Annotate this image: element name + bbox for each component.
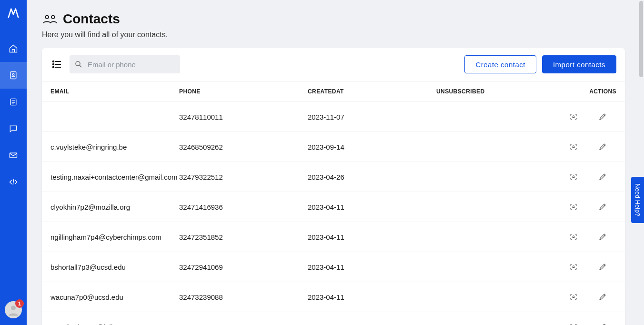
cell-phone: 32472941069 [179, 263, 308, 271]
cell-phone: 32468509262 [179, 143, 308, 151]
cell-createdat: 2023-04-26 [308, 173, 436, 181]
view-contact-button[interactable] [559, 108, 588, 125]
contacts-table-card: Create contact Import contacts EMAIL PHO… [42, 48, 625, 325]
edit-contact-button[interactable] [588, 228, 616, 245]
table-row[interactable]: testing.naxai+contactcenter@gmail.com324… [42, 162, 625, 192]
view-icon [569, 293, 578, 301]
edit-icon [598, 203, 607, 211]
nav-home[interactable] [0, 35, 27, 62]
view-icon [569, 233, 578, 241]
cell-phone: 32472351852 [179, 233, 308, 241]
nav-forms[interactable] [0, 89, 27, 115]
table-row[interactable]: ngillingham7p4@cyberchimps.com3247235185… [42, 222, 625, 252]
cell-phone: 32473239088 [179, 293, 308, 301]
nav-mail[interactable] [0, 142, 27, 169]
view-icon [569, 263, 578, 271]
chat-icon [9, 124, 18, 133]
contacts-icon [9, 71, 18, 80]
table-row[interactable]: bshortall7p3@ucsd.edu324729410692023-04-… [42, 252, 625, 282]
svg-point-12 [573, 146, 574, 147]
list-icon [51, 59, 63, 70]
mail-icon [9, 151, 18, 160]
app-logo[interactable] [6, 6, 21, 21]
col-header-phone[interactable]: PHONE [179, 88, 308, 95]
nav-contacts[interactable] [0, 62, 27, 89]
svg-point-8 [53, 64, 54, 65]
create-contact-button[interactable]: Create contact [464, 55, 536, 73]
cell-email: testing.naxai+contactcenter@gmail.com [50, 173, 179, 181]
edit-icon [598, 173, 607, 181]
search-icon [74, 60, 83, 69]
svg-point-10 [76, 61, 80, 66]
table-row[interactable]: mmellanby7oy@jalbum.net324734425552023-0… [42, 312, 625, 325]
view-icon [569, 112, 578, 121]
cell-phone: 32479322512 [179, 173, 308, 181]
user-avatar[interactable]: 1 [5, 301, 22, 318]
view-contact-button[interactable] [559, 138, 588, 155]
edit-contact-button[interactable] [588, 258, 616, 275]
view-contact-button[interactable] [559, 288, 588, 305]
view-icon [569, 203, 578, 211]
table-row[interactable]: clyokhin7p2@mozilla.org324714169362023-0… [42, 192, 625, 222]
svg-point-6 [51, 15, 55, 19]
cell-createdat: 2023-09-14 [308, 143, 436, 151]
svg-point-11 [573, 116, 574, 117]
edit-icon [598, 293, 607, 301]
edit-contact-button[interactable] [588, 288, 616, 305]
page-title: Contacts [63, 11, 120, 27]
search-input[interactable] [70, 55, 180, 73]
table-row[interactable]: c.vuylsteke@ringring.be324685092622023-0… [42, 132, 625, 162]
edit-contact-button[interactable] [588, 318, 616, 325]
view-icon [569, 173, 578, 181]
table-row[interactable]: 324781100112023-11-07 [42, 102, 625, 132]
svg-point-17 [573, 296, 574, 297]
svg-point-13 [573, 176, 574, 177]
main-content: Contacts Here you will find all of your … [27, 0, 644, 325]
cell-createdat: 2023-04-11 [308, 203, 436, 211]
cell-createdat: 2023-04-11 [308, 263, 436, 271]
page-subtitle: Here you will find all of your contacts. [42, 30, 625, 39]
list-view-toggle[interactable] [50, 58, 64, 71]
view-contact-button[interactable] [559, 198, 588, 215]
view-contact-button[interactable] [559, 258, 588, 275]
edit-contact-button[interactable] [588, 138, 616, 155]
edit-contact-button[interactable] [588, 108, 616, 125]
svg-point-9 [53, 67, 54, 68]
cell-phone: 32478110011 [179, 113, 308, 121]
svg-point-4 [11, 305, 16, 310]
nav-chat[interactable] [0, 115, 27, 142]
edit-contact-button[interactable] [588, 198, 616, 215]
view-contact-button[interactable] [559, 318, 588, 325]
view-contact-button[interactable] [559, 228, 588, 245]
scrollbar[interactable] [639, 1, 643, 77]
cell-email: bshortall7p3@ucsd.edu [50, 263, 179, 271]
cell-email: mmellanby7oy@jalbum.net [50, 323, 179, 325]
cell-email: wacuna7p0@ucsd.edu [50, 293, 179, 301]
code-icon [9, 177, 18, 187]
col-header-createdat[interactable]: CREATEDAT [308, 88, 436, 95]
col-header-unsubscribed[interactable]: UNSUBSCRIBED [436, 88, 546, 95]
table-header: EMAIL PHONE CREATEDAT UNSUBSCRIBED ACTIO… [42, 81, 625, 102]
svg-point-15 [573, 236, 574, 237]
cell-email: c.vuylsteke@ringring.be [50, 143, 179, 151]
view-contact-button[interactable] [559, 168, 588, 185]
cell-createdat: 2023-04-11 [308, 233, 436, 241]
svg-rect-3 [10, 153, 17, 158]
svg-point-5 [45, 15, 49, 19]
sidebar: 1 [0, 0, 27, 325]
people-icon [42, 12, 58, 26]
table-row[interactable]: wacuna7p0@ucsd.edu324732390882023-04-11 [42, 282, 625, 312]
svg-point-16 [573, 266, 574, 267]
help-tab[interactable]: Need Help? [631, 177, 644, 223]
nav-code[interactable] [0, 169, 27, 195]
import-contacts-button[interactable]: Import contacts [542, 55, 616, 73]
cell-createdat: 2023-11-07 [308, 113, 436, 121]
svg-point-1 [12, 74, 14, 76]
cell-createdat: 2023-04-11 [308, 323, 436, 325]
col-header-email[interactable]: EMAIL [50, 88, 179, 95]
edit-icon [598, 233, 607, 241]
form-icon [9, 97, 18, 107]
edit-icon [598, 112, 607, 121]
notification-badge: 1 [15, 299, 24, 308]
edit-contact-button[interactable] [588, 168, 616, 185]
